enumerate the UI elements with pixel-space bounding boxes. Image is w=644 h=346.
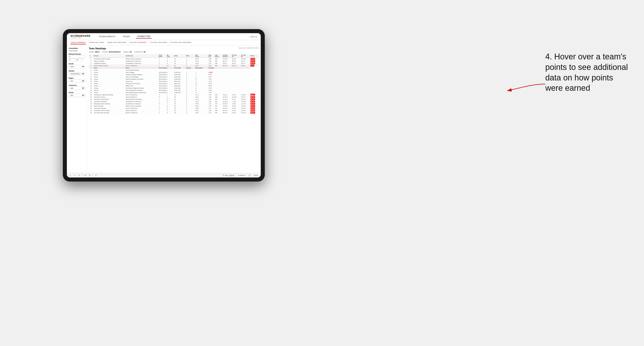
cell-bnds: 12	[174, 65, 185, 67]
cell-conference: Pac-12 Conference	[125, 65, 158, 67]
col-conf-rank: ConfRank	[158, 54, 166, 58]
conference-label: Conference	[69, 84, 85, 86]
watch-button[interactable]: 👁 Watch ▾	[237, 174, 246, 177]
cell-low-score: 262	[214, 58, 222, 60]
cell-points[interactable]: 79.5	[250, 65, 259, 67]
nav-committee[interactable]: COMMITTEE	[136, 34, 152, 38]
cell-adj-score: 275.5	[194, 65, 208, 67]
tablet-frame: SCOREBOARD Powered by clippi TOURNAMENTS…	[63, 29, 265, 181]
tooltip-col-rounds: Rounds	[186, 67, 195, 69]
cell-vs-top50: 58-24-1	[240, 65, 250, 67]
undo-button[interactable]: ↩	[69, 174, 72, 177]
table-header-row: # School Conference ConfRank NoTour Bnds…	[89, 54, 259, 58]
watch-label: Watch	[240, 174, 244, 176]
cell-conference: Southeastern Conference	[125, 62, 158, 65]
cell-vs-top25: 13-9-0	[231, 58, 240, 60]
redo-button[interactable]: ↪	[73, 174, 76, 177]
min-rounds-input[interactable]	[69, 55, 85, 58]
cell-no-tour: 10	[166, 65, 174, 67]
sidebar-gender: Gender Men's	[69, 63, 85, 68]
cell-points[interactable]: 90.20	[250, 62, 259, 65]
standings-table: # School Conference ConfRank NoTour Bnds…	[89, 54, 259, 114]
region-select[interactable]: N/A	[69, 79, 85, 83]
cell-low-score: 265	[214, 65, 222, 67]
cell-low-score: 269	[214, 62, 222, 65]
report-title: Team Standings	[89, 47, 106, 50]
table-row: 9 Univers Amer An Intercollegiate NCAA D…	[89, 76, 259, 78]
filter-division: Division: NCAA Division I	[102, 51, 121, 53]
update-time: Update time: 13/03/2024 10:03:42	[238, 47, 259, 49]
gender-select[interactable]: Men's	[69, 65, 85, 68]
tab-player-summary[interactable]: PLAYER SUMMARY	[130, 41, 147, 44]
cell-rank: 4	[89, 65, 93, 67]
filter-conference: Conference: All	[134, 51, 146, 53]
cell-points[interactable]: 97.03	[250, 58, 259, 60]
col-low-score: LowScore	[214, 54, 222, 58]
table-row: 14 Georgia Ben Hogan Collegiate Invitati…	[89, 87, 259, 89]
timer-button[interactable]: ⏱	[94, 174, 98, 176]
division-select[interactable]: NCAA Division I	[69, 72, 85, 76]
filter-region: Region: All	[124, 51, 132, 53]
table-row[interactable]: 22 Mississippi State University Southeas…	[89, 103, 259, 105]
table-row[interactable]: 18 University of California, Berkeley Pa…	[89, 94, 259, 96]
cell-points[interactable]: 93.31	[250, 60, 259, 62]
table-row-highlighted[interactable]: 4 Arizona State University Pac-12 Confer…	[89, 65, 259, 67]
cell-overall: 86-4-0	[222, 60, 231, 62]
cell-conference: Atlantic Coast Conference	[125, 58, 158, 60]
col-bnds: Bnds	[174, 54, 185, 58]
col-conference: Conference	[125, 54, 158, 58]
cell-adj-score: 272.6	[194, 62, 208, 65]
cell-overall: 67-10-0	[222, 58, 231, 60]
conference-select[interactable]: (All)	[69, 86, 85, 90]
col-rank: #	[89, 54, 93, 58]
tab-team-h2h-grid[interactable]: TEAM H2H GRID	[89, 41, 104, 44]
cell-vs-top50: 50-10-0	[240, 58, 250, 60]
table-row[interactable]: 3 Vanderbilt University Southeastern Con…	[89, 62, 259, 65]
table-row[interactable]: 20 University of New Mexico Mountain Wes…	[89, 98, 259, 100]
table-row[interactable]: 26 The Ohio State University Big Ten Con…	[89, 112, 259, 114]
col-wins: Wins	[186, 54, 195, 58]
tab-team-summary[interactable]: TEAM SUMMARY	[70, 41, 86, 44]
toolbar-divider-2	[93, 174, 93, 177]
cell-avg-sg: 2.73	[208, 62, 214, 65]
main-content: Committee Portal Review Minimum Rounds G…	[67, 45, 261, 173]
table-row[interactable]: 1 University of North Carolina Atlantic …	[89, 58, 259, 60]
settings-button[interactable]: ⚙	[88, 174, 91, 177]
table-row[interactable]: 24 University of Oregon Pac-12 Conferenc…	[89, 107, 259, 109]
cell-conf-rank: 1	[158, 60, 166, 62]
cell-conf-rank: 1	[158, 65, 166, 67]
sidebar-division: Division NCAA Division I	[69, 70, 85, 76]
refresh-button[interactable]: ⟳	[78, 174, 81, 177]
view-original-button[interactable]: 👁 View: Original	[221, 174, 236, 177]
nav-tournaments[interactable]: TOURNAMENTS	[97, 35, 117, 38]
slider-min[interactable]	[69, 58, 76, 61]
cell-no-tour: 8	[166, 62, 174, 65]
table-row[interactable]: 25 University of North Florida ASUN Conf…	[89, 109, 259, 112]
nav-teams[interactable]: TEAMS	[121, 35, 132, 38]
bottom-toolbar: ↩ ↪ ⟳ ⊕ ⚙ ⏱ 👁 View: Original 👁 Watch ▾ 💬…	[67, 173, 261, 177]
tooltip-col-event: Event	[125, 67, 158, 69]
watch-icon: 👁	[238, 174, 240, 176]
table-row[interactable]: 2 Auburn University Southeastern Confere…	[89, 60, 259, 62]
cell-conf-rank: 2	[158, 62, 166, 65]
division-label: Division	[69, 70, 85, 72]
copy-button[interactable]: ⊕	[84, 174, 87, 177]
tab-team-h2h-heatmap[interactable]: TEAM H2H HEATMAP	[107, 41, 126, 44]
cell-conference: Southeastern Conference	[125, 60, 158, 62]
table-row[interactable]: 21 University of Alabama Southeastern Co…	[89, 100, 259, 103]
cell-low-score: 260	[214, 60, 222, 62]
school-select[interactable]: (All)	[69, 94, 85, 97]
share-button[interactable]: Share	[253, 174, 259, 176]
tab-player-h2h-heatmap[interactable]: PLAYER H2H HEATMAP	[170, 41, 192, 44]
logo-area: SCOREBOARD Powered by clippi	[70, 34, 90, 38]
sign-out[interactable]: | Sign out	[250, 36, 257, 38]
tooltip-header-row: Team Event Event Division Event Type Rou…	[89, 67, 259, 69]
slider-max[interactable]	[76, 58, 82, 61]
tooltip-col-event-type: Event Type	[174, 67, 185, 69]
tooltip-col-rank-impact: Rank Impact	[194, 67, 208, 69]
col-vs-top50: Vs Top50	[240, 54, 250, 58]
table-row[interactable]: 19 University of Texas Big 12 Conference…	[89, 96, 259, 98]
tab-player-h2h-grid[interactable]: PLAYER H2H GRID	[150, 41, 167, 44]
table-row[interactable]: 23 Duke University Atlantic Coast Confer…	[89, 105, 259, 107]
comment-button[interactable]: 💬	[248, 174, 252, 177]
